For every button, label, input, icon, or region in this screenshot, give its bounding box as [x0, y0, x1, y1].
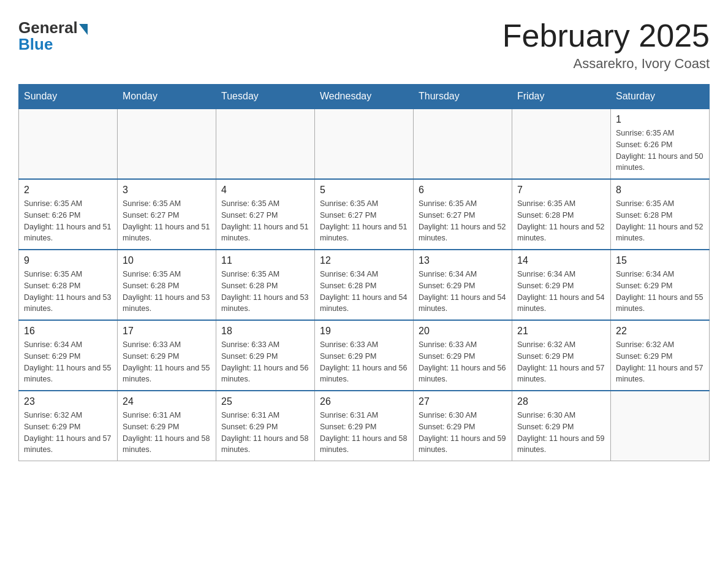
calendar-cell: 26Sunrise: 6:31 AMSunset: 6:29 PMDayligh…: [315, 391, 414, 461]
week-row-3: 9Sunrise: 6:35 AMSunset: 6:28 PMDaylight…: [19, 250, 710, 320]
day-number: 4: [221, 185, 309, 196]
column-header-tuesday: Tuesday: [216, 85, 315, 109]
calendar-cell: 17Sunrise: 6:33 AMSunset: 6:29 PMDayligh…: [118, 320, 216, 391]
title-area: February 2025 Assarekro, Ivory Coast: [502, 18, 710, 72]
calendar-cell: 4Sunrise: 6:35 AMSunset: 6:27 PMDaylight…: [216, 179, 315, 250]
calendar-cell: 21Sunrise: 6:32 AMSunset: 6:29 PMDayligh…: [512, 320, 611, 391]
day-number: 1: [616, 114, 704, 125]
calendar-cell: [216, 109, 315, 179]
day-number: 10: [123, 255, 211, 266]
calendar-cell: 8Sunrise: 6:35 AMSunset: 6:28 PMDaylight…: [611, 179, 710, 250]
calendar-cell: 20Sunrise: 6:33 AMSunset: 6:29 PMDayligh…: [414, 320, 512, 391]
calendar-cell: 14Sunrise: 6:34 AMSunset: 6:29 PMDayligh…: [512, 250, 611, 320]
column-header-sunday: Sunday: [19, 85, 118, 109]
column-header-friday: Friday: [512, 85, 611, 109]
day-number: 9: [24, 255, 112, 266]
calendar-cell: 23Sunrise: 6:32 AMSunset: 6:29 PMDayligh…: [19, 391, 118, 461]
column-header-thursday: Thursday: [414, 85, 512, 109]
day-info: Sunrise: 6:30 AMSunset: 6:29 PMDaylight:…: [517, 410, 605, 456]
day-number: 13: [419, 255, 507, 266]
calendar-cell: 5Sunrise: 6:35 AMSunset: 6:27 PMDaylight…: [315, 179, 414, 250]
day-info: Sunrise: 6:35 AMSunset: 6:28 PMDaylight:…: [517, 198, 605, 244]
calendar-cell: 16Sunrise: 6:34 AMSunset: 6:29 PMDayligh…: [19, 320, 118, 391]
day-number: 5: [320, 185, 408, 196]
calendar-cell: 13Sunrise: 6:34 AMSunset: 6:29 PMDayligh…: [414, 250, 512, 320]
day-info: Sunrise: 6:32 AMSunset: 6:29 PMDaylight:…: [517, 339, 605, 385]
day-number: 2: [24, 185, 112, 196]
day-info: Sunrise: 6:34 AMSunset: 6:29 PMDaylight:…: [616, 269, 704, 315]
day-info: Sunrise: 6:34 AMSunset: 6:28 PMDaylight:…: [320, 269, 408, 315]
calendar-cell: 11Sunrise: 6:35 AMSunset: 6:28 PMDayligh…: [216, 250, 315, 320]
month-title: February 2025: [502, 18, 710, 53]
calendar-cell: [512, 109, 611, 179]
day-number: 11: [221, 255, 309, 266]
day-info: Sunrise: 6:35 AMSunset: 6:28 PMDaylight:…: [123, 269, 211, 315]
calendar-cell: 19Sunrise: 6:33 AMSunset: 6:29 PMDayligh…: [315, 320, 414, 391]
day-info: Sunrise: 6:34 AMSunset: 6:29 PMDaylight:…: [419, 269, 507, 315]
calendar-cell: 7Sunrise: 6:35 AMSunset: 6:28 PMDaylight…: [512, 179, 611, 250]
column-header-monday: Monday: [118, 85, 216, 109]
calendar-cell: [118, 109, 216, 179]
day-info: Sunrise: 6:35 AMSunset: 6:26 PMDaylight:…: [616, 128, 704, 174]
calendar-cell: 25Sunrise: 6:31 AMSunset: 6:29 PMDayligh…: [216, 391, 315, 461]
calendar-cell: [19, 109, 118, 179]
day-info: Sunrise: 6:35 AMSunset: 6:28 PMDaylight:…: [221, 269, 309, 315]
week-row-5: 23Sunrise: 6:32 AMSunset: 6:29 PMDayligh…: [19, 391, 710, 461]
day-info: Sunrise: 6:35 AMSunset: 6:28 PMDaylight:…: [24, 269, 112, 315]
calendar-cell: [315, 109, 414, 179]
day-number: 8: [616, 185, 704, 196]
calendar-cell: 10Sunrise: 6:35 AMSunset: 6:28 PMDayligh…: [118, 250, 216, 320]
calendar-cell: 15Sunrise: 6:34 AMSunset: 6:29 PMDayligh…: [611, 250, 710, 320]
page-header: General Blue February 2025 Assarekro, Iv…: [18, 18, 710, 72]
day-number: 7: [517, 185, 605, 196]
day-info: Sunrise: 6:35 AMSunset: 6:26 PMDaylight:…: [24, 198, 112, 244]
day-number: 18: [221, 326, 309, 337]
calendar-cell: [611, 391, 710, 461]
day-number: 15: [616, 255, 704, 266]
day-number: 23: [24, 396, 112, 407]
day-number: 27: [419, 396, 507, 407]
day-number: 25: [221, 396, 309, 407]
location: Assarekro, Ivory Coast: [502, 56, 710, 72]
day-info: Sunrise: 6:32 AMSunset: 6:29 PMDaylight:…: [616, 339, 704, 385]
day-number: 16: [24, 326, 112, 337]
day-number: 12: [320, 255, 408, 266]
day-info: Sunrise: 6:33 AMSunset: 6:29 PMDaylight:…: [419, 339, 507, 385]
day-info: Sunrise: 6:31 AMSunset: 6:29 PMDaylight:…: [320, 410, 408, 456]
calendar-cell: 2Sunrise: 6:35 AMSunset: 6:26 PMDaylight…: [19, 179, 118, 250]
day-number: 24: [123, 396, 211, 407]
day-info: Sunrise: 6:30 AMSunset: 6:29 PMDaylight:…: [419, 410, 507, 456]
day-number: 17: [123, 326, 211, 337]
calendar-cell: 24Sunrise: 6:31 AMSunset: 6:29 PMDayligh…: [118, 391, 216, 461]
day-info: Sunrise: 6:35 AMSunset: 6:27 PMDaylight:…: [320, 198, 408, 244]
week-row-4: 16Sunrise: 6:34 AMSunset: 6:29 PMDayligh…: [19, 320, 710, 391]
day-number: 14: [517, 255, 605, 266]
calendar-cell: 9Sunrise: 6:35 AMSunset: 6:28 PMDaylight…: [19, 250, 118, 320]
column-header-wednesday: Wednesday: [315, 85, 414, 109]
day-info: Sunrise: 6:35 AMSunset: 6:27 PMDaylight:…: [419, 198, 507, 244]
day-info: Sunrise: 6:33 AMSunset: 6:29 PMDaylight:…: [123, 339, 211, 385]
day-info: Sunrise: 6:31 AMSunset: 6:29 PMDaylight:…: [123, 410, 211, 456]
day-number: 28: [517, 396, 605, 407]
day-info: Sunrise: 6:33 AMSunset: 6:29 PMDaylight:…: [320, 339, 408, 385]
calendar-cell: 6Sunrise: 6:35 AMSunset: 6:27 PMDaylight…: [414, 179, 512, 250]
day-info: Sunrise: 6:35 AMSunset: 6:28 PMDaylight:…: [616, 198, 704, 244]
day-info: Sunrise: 6:35 AMSunset: 6:27 PMDaylight:…: [221, 198, 309, 244]
day-number: 26: [320, 396, 408, 407]
calendar-cell: 28Sunrise: 6:30 AMSunset: 6:29 PMDayligh…: [512, 391, 611, 461]
logo: General Blue: [18, 18, 88, 54]
day-number: 22: [616, 326, 704, 337]
day-number: 3: [123, 185, 211, 196]
calendar-cell: [414, 109, 512, 179]
day-number: 6: [419, 185, 507, 196]
logo-arrow-icon: [79, 24, 88, 35]
day-number: 21: [517, 326, 605, 337]
week-row-1: 1Sunrise: 6:35 AMSunset: 6:26 PMDaylight…: [19, 109, 710, 179]
calendar-cell: 18Sunrise: 6:33 AMSunset: 6:29 PMDayligh…: [216, 320, 315, 391]
calendar-cell: 1Sunrise: 6:35 AMSunset: 6:26 PMDaylight…: [611, 109, 710, 179]
logo-blue-text: Blue: [18, 35, 53, 54]
day-info: Sunrise: 6:32 AMSunset: 6:29 PMDaylight:…: [24, 410, 112, 456]
calendar-cell: 27Sunrise: 6:30 AMSunset: 6:29 PMDayligh…: [414, 391, 512, 461]
calendar-cell: 12Sunrise: 6:34 AMSunset: 6:28 PMDayligh…: [315, 250, 414, 320]
day-info: Sunrise: 6:31 AMSunset: 6:29 PMDaylight:…: [221, 410, 309, 456]
